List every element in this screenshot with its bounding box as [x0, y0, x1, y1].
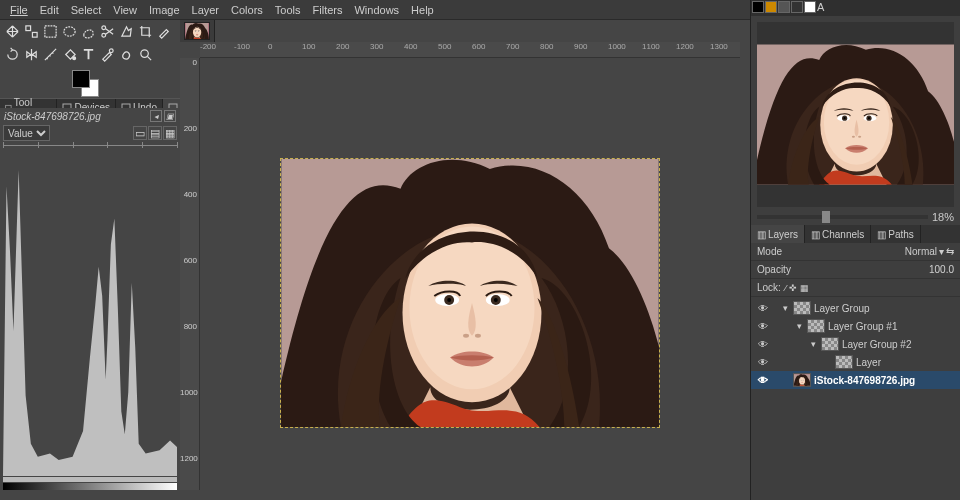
- visibility-eye-icon[interactable]: 👁: [755, 357, 771, 368]
- right-tab-paths[interactable]: ▥Paths: [871, 225, 921, 243]
- visibility-eye-icon[interactable]: 👁: [755, 321, 771, 332]
- svg-point-17: [73, 57, 76, 60]
- toolbox: Tool OptionsDevicesUndoHistogram: [0, 20, 180, 116]
- scissors-tool[interactable]: [98, 22, 117, 41]
- lock-pixels-icon[interactable]: ⁄: [785, 283, 787, 293]
- visibility-eye-icon[interactable]: 👁: [755, 375, 771, 386]
- ellipse-select-tool[interactable]: [60, 22, 79, 41]
- lock-label: Lock:: [757, 282, 781, 293]
- swatch-gray[interactable]: [778, 1, 790, 13]
- zoom-value: 18%: [932, 211, 954, 223]
- swatch-dark[interactable]: [791, 1, 803, 13]
- lock-position-icon[interactable]: ✜: [789, 283, 797, 293]
- layer-name: Layer Group #2: [842, 339, 912, 350]
- group-toggle-icon[interactable]: ▾: [797, 321, 807, 331]
- layer-name: Layer Group #1: [828, 321, 898, 332]
- smudge-tool[interactable]: [117, 45, 136, 64]
- flip-tool[interactable]: [22, 45, 41, 64]
- svg-point-16: [102, 33, 106, 37]
- group-toggle-icon[interactable]: ▾: [811, 339, 821, 349]
- layer-thumb: [807, 319, 825, 333]
- layer-row[interactable]: 👁▾Layer Group #2: [751, 335, 960, 353]
- menu-view[interactable]: View: [107, 2, 143, 18]
- layer-row[interactable]: 👁Layer: [751, 353, 960, 371]
- layer-row[interactable]: 👁▾Layer Group: [751, 299, 960, 317]
- panel-detach-button[interactable]: ▣: [164, 110, 176, 122]
- layer-thumb: [793, 301, 811, 315]
- menu-select[interactable]: Select: [65, 2, 108, 18]
- image-tab[interactable]: [180, 20, 215, 42]
- color-swatches[interactable]: [72, 70, 100, 98]
- histogram-chart: [3, 150, 177, 490]
- move-tool[interactable]: [3, 22, 22, 41]
- svg-point-19: [141, 50, 149, 58]
- swatch-text-icon[interactable]: A: [817, 1, 829, 13]
- image-selection[interactable]: [280, 158, 660, 428]
- menu-tools[interactable]: Tools: [269, 2, 307, 18]
- layer-thumb: [835, 355, 853, 369]
- navigation-preview[interactable]: [757, 22, 954, 207]
- vertical-ruler: 020040060080010001200: [180, 58, 200, 490]
- align-tool[interactable]: [22, 22, 41, 41]
- measure-tool[interactable]: [41, 45, 60, 64]
- menu-layer[interactable]: Layer: [186, 2, 226, 18]
- histogram-linear-icon[interactable]: ▭: [133, 126, 147, 140]
- mode-switch-icon[interactable]: ⇆: [946, 246, 954, 257]
- zoom-slider[interactable]: [757, 215, 928, 219]
- horizontal-ruler: -200-10001002003004005006007008009001000…: [200, 42, 740, 58]
- histogram-log-icon[interactable]: ▤: [148, 126, 162, 140]
- paintbrush-tool[interactable]: [155, 22, 174, 41]
- swatch-orange[interactable]: [765, 1, 777, 13]
- fg-color-swatch[interactable]: [72, 70, 90, 88]
- layer-thumb: [793, 373, 811, 387]
- visibility-eye-icon[interactable]: 👁: [755, 303, 771, 314]
- menu-windows[interactable]: Windows: [348, 2, 405, 18]
- histogram-channel-select[interactable]: Value: [3, 125, 50, 141]
- text-tool[interactable]: [79, 45, 98, 64]
- svg-rect-12: [32, 32, 37, 37]
- layer-thumb: [821, 337, 839, 351]
- right-dock: A 18% ▥Layers▥Channels▥Paths Mode Normal…: [750, 0, 960, 500]
- layer-row[interactable]: 👁iStock-847698726.jpg: [751, 371, 960, 389]
- layers-list: 👁▾Layer Group👁▾Layer Group #1👁▾Layer Gro…: [751, 297, 960, 391]
- layer-name: Layer: [856, 357, 881, 368]
- histogram-file-label: iStock-847698726.jpg: [4, 111, 101, 122]
- color-picker-tool[interactable]: [98, 45, 117, 64]
- layer-row[interactable]: 👁▾Layer Group #1: [751, 317, 960, 335]
- canvas[interactable]: [200, 58, 750, 500]
- layer-name: Layer Group: [814, 303, 870, 314]
- menu-edit[interactable]: Edit: [34, 2, 65, 18]
- rect-select-tool[interactable]: [41, 22, 60, 41]
- fuzzy-select-tool[interactable]: [117, 22, 136, 41]
- visibility-eye-icon[interactable]: 👁: [755, 339, 771, 350]
- histogram-gradient-bar: [3, 483, 177, 490]
- free-select-tool[interactable]: [79, 22, 98, 41]
- image-tab-thumb: [184, 22, 210, 40]
- menu-help[interactable]: Help: [405, 2, 440, 18]
- crop-tool[interactable]: [136, 22, 155, 41]
- menu-file[interactable]: File: [4, 2, 34, 18]
- right-tab-channels[interactable]: ▥Channels: [805, 225, 871, 243]
- rotate-tool[interactable]: [3, 45, 22, 64]
- menu-colors[interactable]: Colors: [225, 2, 269, 18]
- swatch-black[interactable]: [752, 1, 764, 13]
- svg-point-14: [64, 27, 75, 36]
- opacity-value[interactable]: 100.0: [929, 264, 954, 275]
- chevron-down-icon[interactable]: ▾: [939, 246, 944, 257]
- preview-image: [757, 22, 954, 207]
- right-top-swatches: A: [751, 0, 960, 16]
- group-toggle-icon[interactable]: ▾: [783, 303, 793, 313]
- bucket-fill-tool[interactable]: [60, 45, 79, 64]
- canvas-area: -200-10001002003004005006007008009001000…: [180, 20, 750, 500]
- menu-filters[interactable]: Filters: [307, 2, 349, 18]
- swatch-white[interactable]: [804, 1, 816, 13]
- svg-point-18: [109, 49, 113, 53]
- panel-menu-button[interactable]: ◂: [150, 110, 162, 122]
- zoom-tool[interactable]: [136, 45, 155, 64]
- portrait-thumb-icon: [185, 23, 209, 39]
- right-tab-layers[interactable]: ▥Layers: [751, 225, 805, 243]
- blend-mode-value[interactable]: Normal: [905, 246, 937, 257]
- lock-alpha-icon[interactable]: ▦: [800, 283, 809, 293]
- histogram-rgb-icon[interactable]: ▦: [163, 126, 177, 140]
- menu-image[interactable]: Image: [143, 2, 186, 18]
